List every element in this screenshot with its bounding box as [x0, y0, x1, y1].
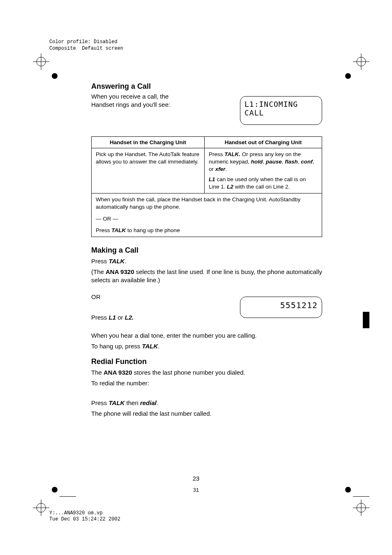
- header-meta: Color profile: Disabled Composite Defaul…: [49, 39, 123, 52]
- table-cell: When you finish the call, place the Hand…: [92, 193, 322, 237]
- making-heading: Making a Call: [91, 246, 322, 255]
- answering-intro: When you receive a call, the Handset rin…: [91, 92, 240, 109]
- body-text: When you hear a dial tone, enter the num…: [91, 332, 322, 340]
- handset-table: Handset in the Charging Unit Handset out…: [91, 136, 322, 237]
- body-text: To redial the number:: [91, 379, 322, 387]
- reg-mark-icon: [353, 500, 369, 516]
- body-text: The ANA 9320 stores the last phone numbe…: [91, 368, 322, 377]
- table-cell: Press TALK. Or press any key on the nume…: [204, 148, 322, 193]
- table-cell: Pick up the Handset. The AutoTalk featur…: [92, 148, 205, 193]
- body-text: OR: [91, 293, 134, 301]
- table-header: Handset in the Charging Unit: [92, 137, 205, 148]
- reg-mark-icon: [33, 53, 49, 70]
- crop-line-icon: [353, 496, 369, 497]
- footer-meta: Y:...ANA9320 om.vp Tue Dec 03 15:24:22 2…: [49, 510, 120, 523]
- body-text: Press L1 or L2.: [91, 313, 134, 322]
- crop-dot-icon: [345, 73, 351, 79]
- body-text: Press TALK then redial.: [91, 399, 322, 407]
- body-text: Press TALK.: [91, 257, 322, 265]
- body-text: The phone will redial the last number ca…: [91, 410, 322, 418]
- body-text: (The ANA 9320 selects the last line used…: [91, 268, 322, 285]
- reg-mark-icon: [33, 500, 49, 516]
- body-text: To hang up, press TALK.: [91, 342, 322, 350]
- lcd-display: L1:INCOMING CALL: [240, 96, 322, 125]
- side-bar-icon: [363, 312, 369, 328]
- answering-heading: Answering a Call: [91, 82, 240, 91]
- crop-line-icon: [60, 496, 76, 497]
- lcd-display: 5551212: [240, 297, 322, 318]
- redial-heading: Redial Function: [91, 357, 322, 366]
- crop-dot-icon: [52, 73, 58, 79]
- table-header: Handset out of Charging Unit: [204, 137, 322, 148]
- page-number: 23: [0, 475, 392, 482]
- reg-mark-icon: [353, 53, 369, 70]
- page-number-small: 31: [0, 488, 392, 493]
